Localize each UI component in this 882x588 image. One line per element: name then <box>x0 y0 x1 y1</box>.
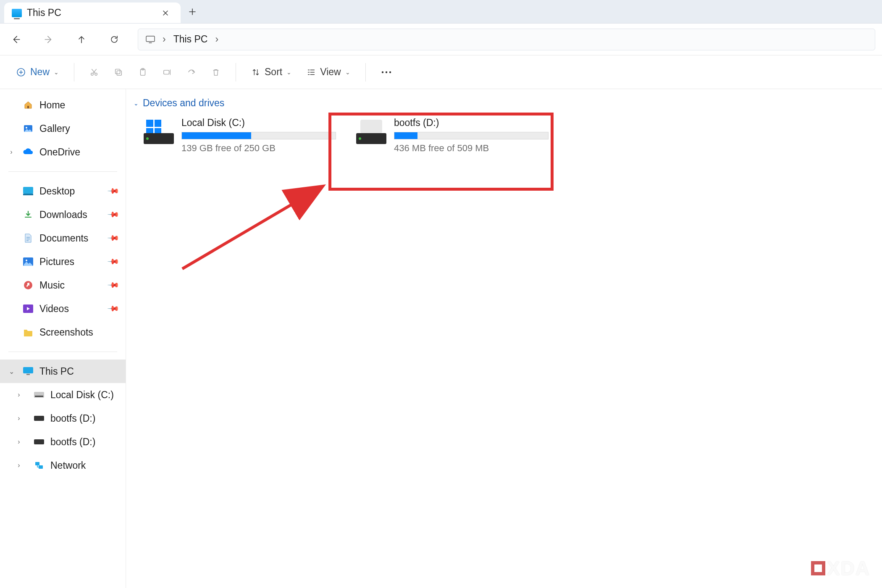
sidebar-item-music[interactable]: Music 📌 <box>0 273 126 297</box>
rename-button[interactable] <box>157 62 178 82</box>
monitor-icon <box>12 9 22 17</box>
drive-info: Local Disk (C:) 139 GB free of 250 GB <box>181 117 336 154</box>
new-tab-button[interactable] <box>181 0 204 23</box>
chevron-down-icon[interactable]: ⌄ <box>7 367 16 376</box>
sidebar-item-bootfs-d[interactable]: › bootfs (D:) <box>0 407 126 430</box>
drive-grid: Local Disk (C:) 139 GB free of 250 GB bo… <box>130 115 878 158</box>
svg-rect-24 <box>35 396 43 397</box>
desktop-icon <box>23 186 34 197</box>
more-button[interactable] <box>375 62 398 82</box>
svg-rect-22 <box>26 374 30 375</box>
sidebar-label: Gallery <box>39 123 70 134</box>
svg-rect-12 <box>27 106 29 108</box>
svg-rect-27 <box>35 462 39 465</box>
svg-rect-16 <box>23 194 33 195</box>
folder-icon <box>23 327 34 338</box>
sidebar-label: Videos <box>39 303 69 315</box>
arrow-left-icon <box>10 34 21 45</box>
chevron-right-icon[interactable]: › <box>7 147 16 157</box>
address-bar[interactable]: › This PC › <box>138 29 875 50</box>
cut-icon <box>89 68 99 77</box>
download-icon <box>23 209 34 220</box>
drive-bootfs-d[interactable]: bootfs (D:) 436 MB free of 509 MB <box>354 115 551 158</box>
arrow-up-icon <box>76 34 87 45</box>
network-icon <box>34 460 45 471</box>
copy-icon <box>114 68 123 77</box>
sidebar-item-downloads[interactable]: Downloads 📌 <box>0 203 126 226</box>
tab-title: This PC <box>27 7 155 18</box>
watermark: XDA <box>811 557 870 580</box>
sort-icon <box>251 68 260 77</box>
plus-icon <box>189 8 196 16</box>
sidebar-item-videos[interactable]: Videos 📌 <box>0 297 126 320</box>
svg-rect-8 <box>164 70 169 74</box>
sidebar-label: Pictures <box>39 256 74 268</box>
sidebar-item-gallery[interactable]: Gallery <box>0 117 126 140</box>
chevron-right-icon[interactable]: › <box>14 390 24 399</box>
breadcrumb-location[interactable]: This PC <box>173 34 208 45</box>
new-button[interactable]: New ⌄ <box>10 62 65 82</box>
pin-icon: 📌 <box>107 278 120 291</box>
section-devices-and-drives[interactable]: ⌄ Devices and drives <box>130 95 878 111</box>
paste-button[interactable] <box>132 62 153 82</box>
copy-button[interactable] <box>108 62 129 82</box>
svg-rect-21 <box>23 367 33 373</box>
drive-usage-bar <box>394 132 549 139</box>
svg-point-9 <box>381 71 383 73</box>
arrow-right-icon <box>43 34 54 45</box>
refresh-icon <box>109 34 119 45</box>
content-pane: ⌄ Devices and drives Local Disk (C:) 139… <box>126 89 882 588</box>
refresh-button[interactable] <box>105 30 123 49</box>
annotation-arrow <box>174 179 338 286</box>
tab-bar: This PC <box>0 0 882 24</box>
back-button[interactable] <box>7 30 25 49</box>
svg-rect-26 <box>34 439 44 444</box>
forward-button[interactable] <box>39 30 58 49</box>
chevron-down-icon: ⌄ <box>134 100 139 107</box>
sidebar-item-pictures[interactable]: Pictures 📌 <box>0 250 126 273</box>
share-button[interactable] <box>181 62 202 82</box>
sidebar-item-documents[interactable]: Documents 📌 <box>0 226 126 250</box>
sidebar-item-home[interactable]: Home <box>0 93 126 117</box>
separator <box>74 63 74 81</box>
sort-button[interactable]: Sort ⌄ <box>245 62 297 82</box>
svg-point-18 <box>26 260 27 261</box>
chevron-right-icon[interactable]: › <box>14 461 24 470</box>
up-button[interactable] <box>72 30 91 49</box>
svg-rect-15 <box>23 187 33 194</box>
chevron-right-icon[interactable]: › <box>215 34 218 45</box>
paste-icon <box>138 68 147 77</box>
tab-close-button[interactable] <box>160 7 171 19</box>
svg-rect-0 <box>146 36 155 42</box>
sidebar-label: bootfs (D:) <box>50 436 95 448</box>
chevron-down-icon: ⌄ <box>345 69 350 76</box>
sidebar-item-screenshots[interactable]: Screenshots <box>0 320 126 344</box>
new-label: New <box>30 66 50 78</box>
separator <box>8 352 117 352</box>
delete-button[interactable] <box>205 62 226 82</box>
sidebar-label: Home <box>39 100 65 111</box>
drive-name: bootfs (D:) <box>394 117 549 129</box>
sidebar-item-bootfs-d-2[interactable]: › bootfs (D:) <box>0 430 126 454</box>
tab-this-pc[interactable]: This PC <box>4 3 181 23</box>
svg-rect-5 <box>116 69 120 74</box>
sidebar-item-onedrive[interactable]: › OneDrive <box>0 140 126 164</box>
cut-button[interactable] <box>84 62 105 82</box>
drive-free-text: 436 MB free of 509 MB <box>394 143 549 154</box>
sidebar-label: Network <box>50 460 86 471</box>
sidebar-item-network[interactable]: › Network <box>0 454 126 477</box>
sidebar-item-desktop[interactable]: Desktop 📌 <box>0 179 126 203</box>
pictures-icon <box>23 256 34 267</box>
sidebar-label: Screenshots <box>39 327 93 338</box>
drive-local-disk-c[interactable]: Local Disk (C:) 139 GB free of 250 GB <box>141 115 339 158</box>
chevron-right-icon[interactable]: › <box>14 437 24 446</box>
chevron-right-icon[interactable]: › <box>14 414 24 423</box>
sidebar-item-this-pc[interactable]: ⌄ This PC <box>0 360 126 383</box>
view-button[interactable]: View ⌄ <box>301 62 356 82</box>
sidebar-label: Downloads <box>39 209 87 220</box>
sort-label: Sort <box>265 66 282 78</box>
sidebar-item-local-disk-c[interactable]: › Local Disk (C:) <box>0 383 126 407</box>
pin-icon: 📌 <box>107 208 120 221</box>
navigation-pane: Home Gallery › OneDrive Desktop 📌 Downlo… <box>0 89 126 588</box>
pin-icon: 📌 <box>107 302 120 315</box>
